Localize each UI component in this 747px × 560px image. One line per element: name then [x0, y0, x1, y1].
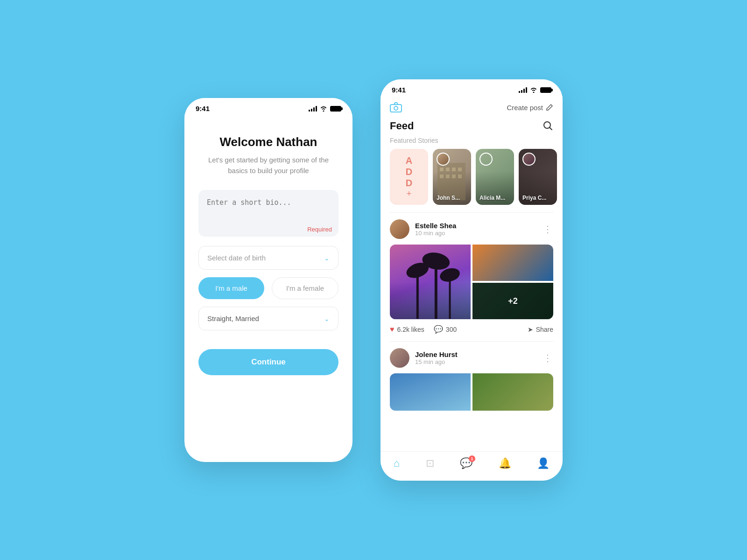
comment-action[interactable]: 💬 300 — [434, 325, 457, 334]
dob-label: Select date of birth — [207, 254, 266, 262]
story-priya-avatar — [522, 153, 536, 166]
edit-icon — [546, 104, 553, 111]
story-alicia-avatar — [479, 153, 493, 166]
likes-count: 6.2k likes — [397, 326, 424, 333]
post-estelle-img-main — [390, 245, 471, 319]
required-label: Required — [307, 226, 332, 233]
post-estelle-img-side2: +2 — [472, 283, 553, 319]
post-jolene-user-info: Jolene Hurst 15 min ago — [390, 348, 458, 368]
battery-icon-right — [540, 87, 551, 93]
nav-home-icon[interactable]: ⌂ — [394, 457, 400, 469]
bottom-nav: ⌂ ⊡ 💬 1 🔔 👤 — [381, 451, 563, 481]
welcome-subtitle: Let's get started by getting some of the… — [198, 155, 338, 176]
nav-profile-icon[interactable]: 👤 — [537, 457, 550, 469]
post-jolene-img2 — [472, 373, 553, 411]
story-priya-name: Priya C... — [522, 195, 546, 201]
divider-1 — [390, 212, 553, 213]
relationship-selector[interactable]: Straight, Married ⌄ — [198, 307, 338, 330]
status-bar-right: 9:41 — [381, 79, 563, 98]
story-add-a: A — [406, 155, 412, 166]
camera-icon[interactable] — [390, 102, 402, 112]
create-post-button[interactable]: Create post — [507, 104, 553, 112]
post-estelle-more[interactable]: ⋮ — [543, 224, 553, 235]
svg-rect-4 — [440, 168, 444, 171]
svg-rect-7 — [458, 168, 462, 171]
svg-rect-11 — [458, 175, 462, 178]
search-icon[interactable] — [543, 121, 553, 131]
comments-count: 300 — [446, 326, 457, 333]
svg-point-1 — [394, 106, 398, 110]
nav-chat-wrapper: 💬 1 — [460, 457, 472, 469]
create-post-label: Create post — [507, 104, 543, 112]
dob-chevron-icon: ⌄ — [324, 254, 330, 262]
post-jolene-time: 15 min ago — [415, 358, 458, 365]
story-john-name: John S... — [437, 195, 460, 201]
stories-row: A D D + John S... — [381, 149, 563, 212]
story-john-avatar — [437, 153, 450, 166]
stories-label: Featured Stories — [381, 137, 563, 149]
continue-button[interactable]: Continue — [198, 349, 338, 375]
post-estelle-img-side1 — [472, 245, 553, 281]
feed-title: Feed — [390, 120, 414, 132]
post-estelle-actions: ♥ 6.2k likes 💬 300 ➤ Share — [390, 325, 553, 334]
svg-rect-6 — [452, 168, 456, 171]
status-icons-right — [519, 87, 551, 93]
signal-icon — [309, 106, 317, 112]
story-alicia[interactable]: Alicia M... — [476, 149, 514, 205]
post-plus-more: +2 — [508, 296, 518, 306]
post-estelle-meta: Estelle Shea 10 min ago — [415, 222, 456, 237]
story-alicia-name: Alicia M... — [479, 195, 505, 201]
post-estelle: Estelle Shea 10 min ago ⋮ — [381, 219, 563, 341]
story-priya[interactable]: Priya C... — [519, 149, 557, 205]
welcome-title: Welcome Nathan — [198, 135, 338, 149]
post-jolene-images — [390, 373, 553, 411]
relationship-chevron-icon: ⌄ — [324, 315, 330, 322]
palm-trees-svg — [390, 245, 471, 319]
male-button[interactable]: I'm a male — [198, 277, 264, 299]
svg-rect-8 — [440, 175, 444, 178]
story-add-d2: D — [406, 178, 412, 188]
nav-chat-badge: 1 — [469, 455, 475, 462]
avatar-estelle — [390, 219, 409, 239]
story-add-d1: D — [406, 167, 412, 177]
gender-row: I'm a male I'm a female — [198, 277, 338, 299]
feed-phone: 9:41 Create post Feed — [381, 79, 563, 481]
post-estelle-user-info: Estelle Shea 10 min ago — [390, 219, 456, 239]
comment-icon: 💬 — [434, 325, 443, 334]
svg-rect-10 — [452, 175, 456, 178]
divider-2 — [390, 341, 553, 342]
female-button[interactable]: I'm a female — [272, 277, 338, 299]
add-story-button[interactable]: A D D + — [390, 149, 428, 205]
status-bar-left: 9:41 — [184, 98, 352, 116]
story-john[interactable]: John S... — [433, 149, 471, 205]
wifi-icon — [320, 106, 327, 112]
share-action[interactable]: ➤ Share — [528, 326, 553, 333]
wifi-icon-right — [530, 87, 537, 93]
battery-icon — [330, 106, 341, 112]
dob-selector[interactable]: Select date of birth ⌄ — [198, 246, 338, 270]
post-estelle-header: Estelle Shea 10 min ago ⋮ — [390, 219, 553, 239]
profile-content: Welcome Nathan Let's get started by gett… — [184, 116, 352, 389]
bio-wrapper: Required — [198, 190, 338, 238]
status-icons-left — [309, 106, 341, 112]
post-estelle-time: 10 min ago — [415, 230, 456, 237]
relationship-label: Straight, Married — [207, 315, 259, 322]
post-estelle-images: +2 — [390, 245, 553, 319]
profile-setup-phone: 9:41 Welcome Nathan Let's get started by… — [184, 98, 352, 462]
post-jolene-img1 — [390, 373, 471, 411]
post-jolene-header: Jolene Hurst 15 min ago ⋮ — [390, 348, 553, 368]
share-label: Share — [536, 326, 553, 333]
like-action[interactable]: ♥ 6.2k likes — [390, 325, 424, 334]
heart-icon: ♥ — [390, 325, 395, 334]
post-jolene-name: Jolene Hurst — [415, 350, 458, 358]
nav-bell-icon[interactable]: 🔔 — [499, 457, 511, 469]
avatar-jolene — [390, 348, 409, 368]
post-jolene-more[interactable]: ⋮ — [543, 352, 553, 364]
svg-rect-5 — [446, 168, 450, 171]
post-estelle-name: Estelle Shea — [415, 222, 456, 230]
status-time-right: 9:41 — [392, 86, 406, 94]
status-time-left: 9:41 — [196, 105, 210, 112]
svg-rect-0 — [390, 105, 402, 112]
post-jolene-meta: Jolene Hurst 15 min ago — [415, 350, 458, 365]
nav-bookmark-icon[interactable]: ⊡ — [426, 457, 434, 469]
